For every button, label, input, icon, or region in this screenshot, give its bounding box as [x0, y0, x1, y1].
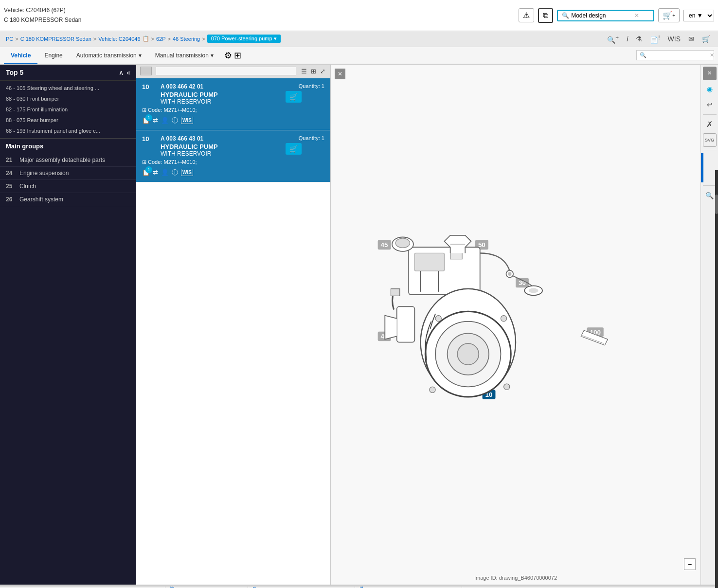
fullscreen-btn[interactable]: ⤢	[319, 67, 326, 76]
svg-point-34	[501, 316, 506, 321]
diagram-area: ✕ 45 50 20 30 40	[331, 65, 700, 585]
grid-icon[interactable]: ⊞	[234, 50, 241, 61]
rt-undo-btn[interactable]: ↩	[703, 98, 717, 111]
part-actions-0: 📋1 ⇄ 👤 ⓘ WIS	[142, 116, 324, 125]
top5-item-3[interactable]: 88 - 075 Rear bumper	[0, 115, 136, 125]
rt-eye-btn[interactable]: ◉	[703, 82, 717, 96]
top5-item-0[interactable]: 46 - 105 Steering wheel and steering ...	[0, 83, 136, 93]
parts-list: ☰ ⊞ ⤢ 10 A 003 466 42 01 HYDRAULIC PUMP …	[136, 65, 331, 585]
mail-btn[interactable]: ✉	[686, 34, 696, 44]
thumb-group-wiring: icle wiring ✎	[0, 587, 165, 588]
wis-icon-0[interactable]: WIS	[181, 117, 193, 124]
settings-icon[interactable]: ⚙	[224, 50, 232, 61]
part-item-1[interactable]: 10 A 003 466 43 01 HYDRAULIC PUMP WITH R…	[136, 130, 330, 182]
svg-point-22	[508, 272, 511, 276]
model-search-box: 🔍 ✕	[557, 10, 654, 21]
image-id: Image ID: drawing_B46070000072	[474, 575, 557, 581]
part-name-0: HYDRAULIC PUMP	[161, 91, 282, 98]
top-header: Vehicle: C204046 (62P) C 180 KOMPRESSOR …	[0, 0, 718, 31]
svg-point-32	[435, 316, 441, 321]
tab-bar: Vehicle Engine Automatic transmission ▾ …	[0, 47, 718, 65]
cart-header-btn[interactable]: 🛒+	[658, 8, 680, 22]
tab-automatic[interactable]: Automatic transmission ▾	[70, 48, 148, 63]
rt-zoom-out-btn[interactable]: 🔍	[703, 189, 717, 202]
rt-svg-btn[interactable]: SVG	[703, 133, 717, 147]
main-group-24[interactable]: 24 Engine suspension	[0, 167, 136, 180]
bottom-thumbnails: icle wiring ✎ 070 Power-steering pump ✎	[0, 586, 718, 588]
tab-search-area: 🔍 ✕	[636, 50, 714, 60]
wis-btn[interactable]: WIS	[666, 34, 682, 44]
top5-collapse-btn[interactable]: ∧	[119, 69, 124, 76]
chevron-down-icon: ▾	[211, 52, 214, 59]
vehicle-copy-icon[interactable]: 📋	[143, 36, 149, 42]
breadcrumb-steering[interactable]: 46 Steering	[173, 36, 200, 42]
rt-divider-3	[703, 185, 717, 186]
parts-list-search[interactable]	[156, 67, 296, 75]
top5-item-4[interactable]: 68 - 193 Instrument panel and glove c...	[0, 125, 136, 136]
wis-icon-1[interactable]: WIS	[181, 169, 193, 176]
breadcrumb-pc[interactable]: PC	[6, 36, 13, 42]
grid-view-btn[interactable]: ⊞	[310, 67, 317, 76]
warning-btn[interactable]: ⚠	[519, 8, 534, 22]
tab-engine[interactable]: Engine	[37, 48, 69, 64]
cart-btn-0[interactable]: 🛒	[286, 91, 302, 103]
breadcrumb-62p[interactable]: 62P	[156, 36, 166, 42]
header-right: ⚠ ⧉ 🔍 ✕ 🛒+ en ▼	[519, 8, 714, 23]
info-icon-1[interactable]: ⓘ	[172, 168, 178, 177]
part-details-0: A 003 466 42 01 HYDRAULIC PUMP WITH RESE…	[157, 83, 286, 105]
top5-item-1[interactable]: 88 - 030 Front bumper	[0, 93, 136, 104]
svg-point-33	[430, 387, 435, 392]
info-btn[interactable]: i	[625, 34, 630, 44]
cart-btn-1[interactable]: 🛒	[286, 143, 302, 155]
swap-icon-0[interactable]: ⇄	[153, 117, 158, 124]
part-pos-1: 10	[142, 135, 157, 143]
breadcrumb-vehicle[interactable]: Vehicle: C204046	[98, 36, 140, 42]
parts-list-color-picker[interactable]	[140, 67, 152, 75]
part-qty-1: Quantity: 1 🛒	[286, 135, 324, 155]
main-group-21[interactable]: 21 Major assembly detachable parts	[0, 154, 136, 167]
part-item-0[interactable]: 10 A 003 466 42 01 HYDRAULIC PUMP WITH R…	[136, 78, 330, 130]
bookmark-icon-1[interactable]: 📋1	[142, 169, 150, 176]
main-group-25[interactable]: 25 Clutch	[0, 180, 136, 193]
filter-btn[interactable]: ⚗	[634, 34, 644, 44]
svg-point-20	[395, 238, 410, 248]
breadcrumb-model[interactable]: C 180 KOMPRESSOR Sedan	[20, 36, 91, 42]
zoom-out-btn[interactable]: −	[684, 558, 696, 570]
part-no-0: A 003 466 42 01	[161, 83, 282, 90]
swap-icon-1[interactable]: ⇄	[153, 169, 158, 176]
person-icon-1[interactable]: 👤	[161, 169, 169, 176]
part-actions-1: 📋1 ⇄ 👤 ⓘ WIS	[142, 168, 324, 177]
bookmark-icon-0[interactable]: 📋1	[142, 117, 150, 124]
tab-search-box: 🔍 ✕	[636, 50, 714, 60]
sidebar: Top 5 ∧ « 46 - 105 Steering wheel and st…	[0, 65, 136, 585]
tab-search-icon: 🔍	[640, 52, 646, 58]
part-code-1: ⊞ Code: M271+-M010;	[142, 159, 324, 165]
list-view-btn[interactable]: ☰	[300, 67, 308, 76]
tab-search-clear[interactable]: ✕	[710, 52, 714, 58]
tab-vehicle[interactable]: Vehicle	[4, 48, 37, 64]
info-icon-0[interactable]: ⓘ	[172, 116, 178, 125]
search-clear-icon[interactable]: ✕	[634, 12, 639, 19]
part-pos-0: 10	[142, 83, 157, 90]
zoom-in-btn[interactable]: 🔍+	[605, 33, 621, 45]
svg-point-24	[529, 288, 538, 293]
rt-cross-btn[interactable]: ✗	[703, 118, 717, 131]
copy-btn[interactable]: ⧉	[538, 8, 553, 23]
svg-point-29	[457, 343, 479, 365]
diagram-close-btn[interactable]: ✕	[335, 69, 345, 79]
doc-btn[interactable]: 📄!	[648, 33, 662, 45]
lang-select[interactable]: en ▼	[683, 10, 714, 21]
top5-item-2[interactable]: 82 - 175 Front illumination	[0, 104, 136, 115]
main-group-26[interactable]: 26 Gearshift system	[0, 193, 136, 206]
vehicle-line2: C 180 KOMPRESSOR Sedan	[4, 16, 81, 25]
tab-search-input[interactable]	[646, 53, 710, 58]
tab-manual[interactable]: Manual transmission ▾	[148, 48, 220, 63]
model-search-input[interactable]	[571, 12, 634, 19]
top5-controls: ∧ «	[119, 69, 130, 76]
top5-expand-btn[interactable]: «	[126, 69, 130, 76]
person-icon-0[interactable]: 👤	[161, 117, 169, 124]
rt-close-btn[interactable]: ✕	[703, 67, 717, 80]
cart-breadcrumb-btn[interactable]: 🛒	[700, 34, 712, 44]
breadcrumb-current[interactable]: 070 Power-steering pump ▾	[207, 35, 281, 43]
part-qty-0: Quantity: 1 🛒	[286, 83, 324, 103]
